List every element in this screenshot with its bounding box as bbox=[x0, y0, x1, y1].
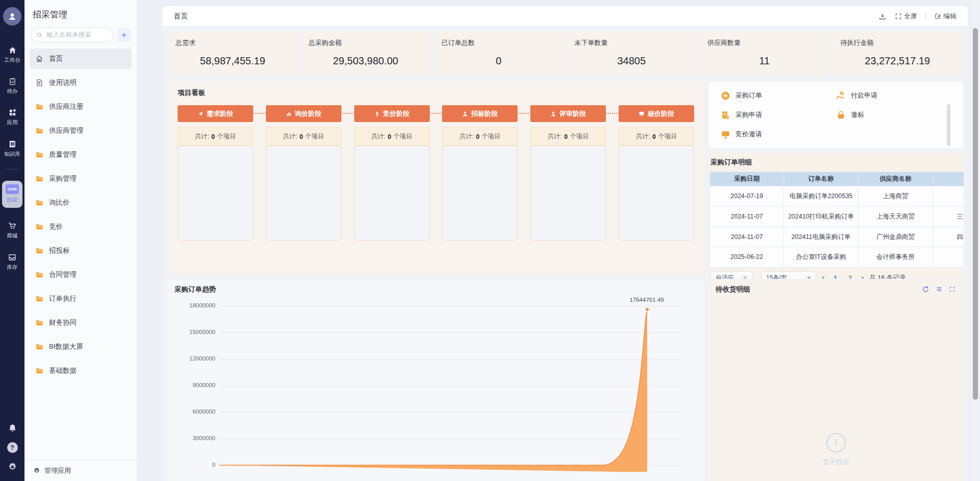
trend-area-chart bbox=[167, 280, 704, 481]
page-scrollbar-thumb[interactable] bbox=[973, 28, 978, 400]
edit-button[interactable]: 编辑 bbox=[934, 12, 957, 21]
stage-button-tender[interactable]: 招标阶段 bbox=[442, 105, 518, 122]
quick-action-purchase-order[interactable]: 采购订单 bbox=[721, 86, 836, 105]
sidebar-item-tendering[interactable]: 招投标 bbox=[30, 240, 132, 261]
rail-item-workbench[interactable]: 工作台 bbox=[4, 46, 20, 64]
rail-item-label: 库存 bbox=[7, 264, 18, 271]
rail-nav: 工作台 待办 应用 知识库 SRM 招采 商城 库存 bbox=[0, 46, 24, 271]
sidebar-item-bi-screen[interactable]: BI数据大屏 bbox=[30, 336, 132, 357]
stage-label: 需求阶段 bbox=[207, 109, 233, 118]
quick-action-invite-tender[interactable]: 邀标 bbox=[836, 105, 951, 125]
gear-icon[interactable] bbox=[8, 462, 17, 472]
col-header-supplier[interactable]: 供应商名称 bbox=[859, 172, 933, 186]
page-scrollbar-track[interactable] bbox=[972, 0, 979, 481]
list-view-icon[interactable]: ≡ bbox=[937, 285, 942, 294]
stage-label: 竞价阶段 bbox=[383, 109, 410, 118]
sidebar-item-label: 质量管理 bbox=[49, 150, 77, 159]
table-header-row: 采购日期 订单名称 供应商名称 bbox=[710, 172, 964, 186]
stat-value: 58,987,455.19 bbox=[176, 55, 290, 67]
rail-item-mall[interactable]: 商城 bbox=[7, 221, 18, 239]
quick-actions-panel: 采购订单 采购申请 竞价邀请 付款申请 邀标 bbox=[708, 82, 964, 148]
table-row[interactable]: 2024-07-19 电脑采购订单2200535 上海商贸 bbox=[710, 186, 964, 207]
sidebar-item-bidding-price[interactable]: 竞价 bbox=[30, 217, 132, 237]
gear-icon bbox=[33, 467, 40, 474]
manage-apps-button[interactable]: 管理应用 bbox=[24, 460, 137, 481]
sidebar-item-label: 采购管理 bbox=[49, 174, 77, 183]
col-header-order-name[interactable]: 订单名称 bbox=[784, 172, 859, 186]
order-table: 采购日期 订单名称 供应商名称 2024-07-19 电脑采购订单2200535… bbox=[709, 172, 964, 268]
sidebar-item-contract-mgmt[interactable]: 合同管理 bbox=[30, 264, 132, 285]
tab-home[interactable]: 首页 bbox=[174, 12, 188, 21]
add-button[interactable]: + bbox=[117, 29, 131, 42]
rail-item-apps[interactable]: 应用 bbox=[7, 108, 18, 126]
empty-state: ! 暂无数据 bbox=[708, 433, 964, 467]
folder-icon bbox=[35, 127, 43, 135]
bell-icon[interactable] bbox=[8, 423, 17, 433]
table-row[interactable]: 2024-11-07 202410打印机采购订单 上海天天商贸 三十 bbox=[710, 206, 964, 227]
quick-action-bid-invite[interactable]: 竞价邀请 bbox=[721, 125, 836, 144]
page-size-select[interactable]: 15条/页 bbox=[761, 271, 816, 279]
stage-button-review[interactable]: 评审阶段 bbox=[530, 105, 606, 122]
quick-action-label: 采购申请 bbox=[736, 110, 762, 119]
rail-item-inventory[interactable]: 库存 bbox=[7, 253, 18, 271]
stage-label: 核价阶段 bbox=[648, 109, 674, 118]
sidebar-item-instructions[interactable]: 使用说明 bbox=[30, 73, 132, 93]
sidebar-item-order-execution[interactable]: 订单执行 bbox=[30, 288, 132, 309]
help-icon[interactable]: ? bbox=[7, 442, 18, 453]
receiving-title: 待收货明细 bbox=[716, 285, 957, 294]
stage-button-demand[interactable]: 需求阶段 bbox=[178, 105, 253, 122]
manage-apps-label: 管理应用 bbox=[44, 466, 71, 475]
rail-item-todo[interactable]: 待办 bbox=[7, 77, 18, 95]
stage-column: 共计:0个项目 bbox=[178, 127, 253, 240]
sidebar-item-quality-mgmt[interactable]: 质量管理 bbox=[30, 145, 132, 165]
stat-card-unordered-count: 未下单数量 34805 bbox=[567, 32, 697, 76]
fit-select[interactable]: 自适应 ∨ bbox=[710, 271, 752, 279]
page-number-1[interactable]: 1 bbox=[830, 274, 841, 279]
table-row[interactable]: 2024-11-07 202411电脑采购订单 广州金鼎商贸 四十 bbox=[710, 227, 964, 247]
fit-select-value: 自适应 bbox=[716, 274, 734, 279]
folder-icon bbox=[35, 367, 43, 375]
quick-action-payment-request[interactable]: 付款申请 bbox=[836, 86, 951, 105]
sidebar-item-supplier-mgmt[interactable]: 供应商管理 bbox=[30, 121, 132, 141]
sidebar-item-base-data[interactable]: 基础数据 bbox=[30, 360, 132, 381]
search-input[interactable]: 输入名称来搜索 bbox=[31, 28, 113, 42]
sidebar-search-row: 输入名称来搜索 + bbox=[24, 28, 137, 44]
stage-button-bidding[interactable]: 竞价阶段 bbox=[354, 105, 430, 122]
person-icon bbox=[550, 111, 556, 117]
col-header-date[interactable]: 采购日期 bbox=[710, 172, 784, 186]
col-header-extra[interactable] bbox=[933, 172, 964, 186]
folder-icon bbox=[35, 223, 43, 231]
sidebar-item-finance[interactable]: 财务协同 bbox=[30, 312, 132, 333]
sidebar-item-inquiry[interactable]: 询比价 bbox=[30, 193, 132, 213]
download-icon[interactable] bbox=[878, 12, 887, 20]
sidebar-item-label: 财务协同 bbox=[49, 318, 77, 327]
stage-column-count: 共计:0个项目 bbox=[619, 128, 694, 146]
stage-button-inquiry[interactable]: 询价阶段 bbox=[266, 105, 341, 122]
sidebar-item-procurement-mgmt[interactable]: 采购管理 bbox=[30, 169, 132, 189]
table-row[interactable]: 2025-06-22 办公室IT设备采购 会计师事务所 bbox=[710, 247, 964, 268]
next-page-button[interactable]: › bbox=[860, 273, 865, 279]
sidebar: 招采管理 输入名称来搜索 + 首页 使用说明 供应商注册 供应商管理 质量管理 bbox=[24, 0, 137, 481]
fullscreen-button[interactable]: 全屏 bbox=[895, 12, 917, 21]
user-avatar[interactable] bbox=[3, 7, 21, 26]
fullscreen-icon bbox=[895, 13, 902, 20]
stage-button-price-check[interactable]: 核价阶段 bbox=[619, 105, 694, 122]
stat-label: 总需求 bbox=[176, 38, 290, 47]
quick-action-purchase-request[interactable]: 采购申请 bbox=[721, 105, 836, 125]
prev-page-button[interactable]: ‹ bbox=[821, 273, 826, 279]
refresh-icon[interactable] bbox=[922, 285, 929, 293]
home-icon bbox=[35, 55, 43, 63]
quick-actions-scrollbar[interactable] bbox=[947, 104, 950, 146]
sidebar-item-home[interactable]: 首页 bbox=[30, 49, 132, 69]
fullscreen-icon[interactable] bbox=[949, 286, 955, 293]
main-content: 首页 全屏 编辑 总需求 58,987,455.19 总采购金额 29,503,… bbox=[162, 6, 968, 481]
stats-row: 总需求 58,987,455.19 总采购金额 29,503,980.00 已订… bbox=[167, 32, 963, 76]
stage-column: 共计:0个项目 bbox=[442, 127, 518, 240]
rail-item-srm-active[interactable]: SRM 招采 bbox=[2, 181, 22, 208]
rail-item-knowledge[interactable]: 知识库 bbox=[4, 139, 20, 158]
page-number-2[interactable]: 2 bbox=[845, 274, 855, 279]
sidebar-item-label: 合同管理 bbox=[49, 270, 77, 279]
stat-value: 29,503,980.00 bbox=[309, 55, 423, 67]
rail-item-label: 工作台 bbox=[4, 57, 20, 64]
sidebar-item-supplier-register[interactable]: 供应商注册 bbox=[30, 97, 132, 117]
